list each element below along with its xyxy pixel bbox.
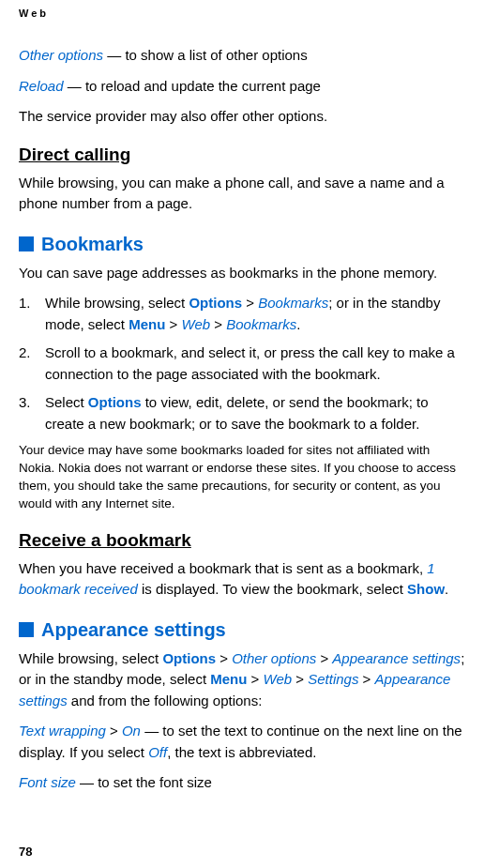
receive-text: When you have received a bookmark that i…: [19, 558, 465, 601]
fs-desc: — to set the font size: [76, 774, 212, 790]
receive-end: .: [445, 581, 448, 597]
options-word-2: Options: [88, 394, 142, 410]
tw-label: Text wrapping: [19, 723, 106, 739]
web-word: Web: [182, 316, 211, 332]
page-number: 78: [19, 845, 32, 859]
appearance-p1: While browsing, select Options > Other o…: [19, 648, 465, 712]
other-options-desc: — to show a list of other options: [103, 47, 308, 63]
gt-a2: >: [316, 650, 332, 666]
menu-2: Menu: [210, 671, 247, 687]
bookmarks-word-2: Bookmarks: [226, 316, 296, 332]
provider-note: The service provider may also offer othe…: [19, 106, 465, 128]
app-p1-pre: While browsing, select: [19, 650, 162, 666]
square-bullet-icon: [19, 236, 34, 251]
bookmarks-steps: 1. While browsing, select Options > Book…: [19, 293, 465, 434]
menu-word: Menu: [129, 316, 165, 332]
reload-desc: — to reload and update the current page: [64, 78, 321, 94]
bookmarks-heading-row: Bookmarks: [19, 234, 465, 255]
on-label: On: [122, 723, 141, 739]
bookmarks-heading: Bookmarks: [41, 234, 144, 255]
gt-a5: >: [358, 671, 374, 687]
gt-tw: >: [106, 723, 122, 739]
reload-label: Reload: [19, 78, 64, 94]
options-3: Options: [162, 650, 216, 666]
step1-pre: While browsing, select: [45, 295, 189, 311]
step3-pre: Select: [45, 394, 88, 410]
receive-pre: When you have received a bookmark that i…: [19, 560, 427, 576]
other-options-line: Other options — to show a list of other …: [19, 45, 465, 67]
bookmarks-word: Bookmarks: [258, 295, 328, 311]
step-2: 2. Scroll to a bookmark, and select it, …: [19, 343, 465, 385]
direct-calling-heading: Direct calling: [19, 145, 465, 165]
appearance-heading-row: Appearance settings: [19, 619, 465, 641]
fs-label: Font size: [19, 774, 76, 790]
gt3: >: [210, 316, 226, 332]
show-word: Show: [407, 581, 445, 597]
gt-a1: >: [216, 650, 232, 666]
other-opts: Other options: [232, 650, 316, 666]
reload-line: Reload — to reload and update the curren…: [19, 76, 465, 98]
step-number: 2.: [19, 343, 31, 364]
step-1: 1. While browsing, select Options > Book…: [19, 293, 465, 335]
receive-mid: is displayed. To view the bookmark, sele…: [138, 581, 407, 597]
text-wrapping-line: Text wrapping > On — to set the text to …: [19, 721, 465, 763]
tw-end: , the text is abbreviated.: [167, 744, 316, 760]
gt-a3: >: [247, 671, 263, 687]
bookmarks-disclaimer: Your device may have some bookmarks load…: [19, 442, 465, 513]
off-label: Off: [148, 744, 167, 760]
page-header: Web: [19, 8, 465, 19]
step2-text: Scroll to a bookmark, and select it, or …: [45, 344, 455, 382]
app-set-1: Appearance settings: [332, 650, 461, 666]
square-bullet-icon: [19, 622, 34, 637]
app-p1-end: and from the following options:: [68, 693, 263, 708]
gt: >: [242, 295, 258, 311]
settings-i: Settings: [308, 671, 358, 687]
gt2: >: [165, 316, 181, 332]
font-size-line: Font size — to set the font size: [19, 772, 465, 794]
step-3: 3. Select Options to view, edit, delete,…: [19, 392, 465, 434]
step-number: 3.: [19, 392, 31, 414]
step-number: 1.: [19, 293, 31, 314]
bookmarks-intro: You can save page addresses as bookmarks…: [19, 263, 465, 284]
gt-a4: >: [292, 671, 308, 687]
receive-heading: Receive a bookmark: [19, 530, 465, 551]
other-options-label: Other options: [19, 47, 103, 63]
direct-calling-text: While browsing, you can make a phone cal…: [19, 173, 465, 215]
web-2: Web: [264, 671, 293, 687]
appearance-heading: Appearance settings: [41, 619, 226, 641]
options-word: Options: [189, 295, 242, 311]
step1-end: .: [296, 316, 300, 332]
